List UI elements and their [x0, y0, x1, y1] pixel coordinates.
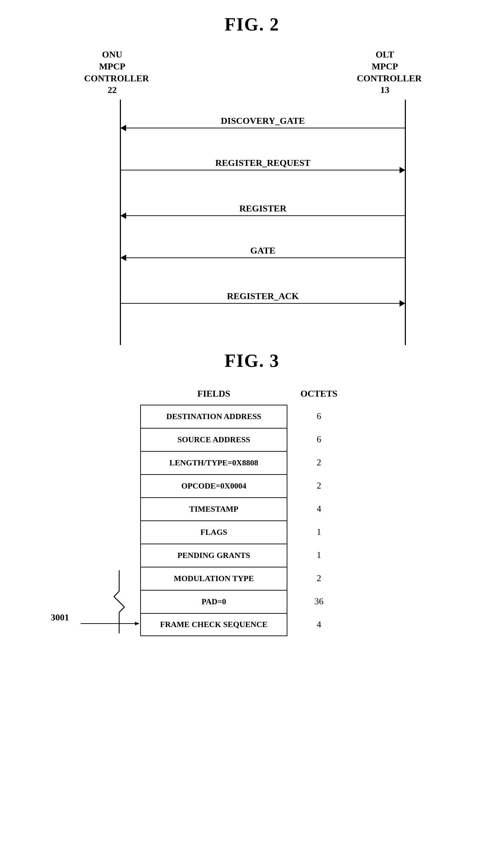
table-row: FLAGS 1 [140, 520, 476, 544]
octets-header: OCTETS [298, 389, 340, 399]
arrow-register-ack: REGISTER_ACK [121, 303, 405, 304]
destination-address-octets: 6 [305, 405, 333, 428]
bracketed-rows: 3001 MODULATION TYPE 2 PAD=0 36 FRAME CH… [140, 567, 476, 636]
pending-grants-octets: 1 [305, 544, 333, 567]
discovery-gate-label: DISCOVERY_GATE [121, 116, 405, 126]
table-row: OPCODE=0X0004 2 [140, 474, 476, 497]
timestamp-octets: 4 [305, 497, 333, 520]
source-address-cell: SOURCE ADDRESS [140, 428, 287, 451]
source-address-octets: 6 [305, 428, 333, 451]
register-ack-label: REGISTER_ACK [121, 291, 405, 302]
arrow-register-request: REGISTER_REQUEST [121, 170, 405, 170]
onu-vertical-line [120, 100, 121, 345]
pad-octets: 36 [305, 590, 333, 613]
table-row: MODULATION TYPE 2 [140, 567, 476, 590]
arrow-register: REGISTER [121, 215, 405, 216]
table-row: FRAME CHECK SEQUENCE 4 [140, 613, 476, 636]
fig3-header: FIELDS OCTETS [28, 389, 476, 399]
arrow-discovery-gate: DISCOVERY_GATE [121, 128, 405, 128]
table-row: SOURCE ADDRESS 6 [140, 428, 476, 451]
register-label: REGISTER [121, 203, 405, 214]
register-request-label: REGISTER_REQUEST [121, 158, 405, 168]
fig2-labels: ONU MPCP CONTROLLER 22 OLT MPCP CONTROLL… [28, 49, 476, 96]
fig2-diagram: DISCOVERY_GATE REGISTER_REQUEST REGISTER [28, 100, 476, 345]
arrow-gate: GATE [121, 257, 405, 258]
table-row: PAD=0 36 [140, 590, 476, 613]
fig2-container: ONU MPCP CONTROLLER 22 OLT MPCP CONTROLL… [28, 49, 476, 322]
modulation-type-octets: 2 [305, 567, 333, 590]
fig2-title: FIG. 2 [28, 14, 476, 35]
pending-grants-cell: PENDING GRANTS [140, 544, 287, 567]
destination-address-cell: DESTINATION ADDRESS [140, 405, 287, 428]
opcode-cell: OPCODE=0X0004 [140, 474, 287, 497]
timestamp-cell: TIMESTAMP [140, 497, 287, 520]
gate-label: GATE [121, 245, 405, 256]
flags-octets: 1 [305, 520, 333, 544]
table-row: PENDING GRANTS 1 [140, 544, 476, 567]
olt-vertical-line [405, 100, 406, 345]
length-type-octets: 2 [305, 451, 333, 474]
fields-header: FIELDS [140, 389, 287, 399]
modulation-type-cell: MODULATION TYPE [140, 567, 287, 590]
frame-check-sequence-octets: 4 [305, 613, 333, 636]
fig3-title: FIG. 3 [28, 350, 476, 371]
fig3-table: DESTINATION ADDRESS 6 SOURCE ADDRESS 6 L… [28, 405, 476, 636]
opcode-octets: 2 [305, 474, 333, 497]
onu-label: ONU MPCP CONTROLLER 22 [84, 49, 140, 96]
bracket-arrow [81, 620, 144, 627]
frame-check-sequence-cell: FRAME CHECK SEQUENCE [140, 613, 287, 636]
fig3-container: FIELDS OCTETS DESTINATION ADDRESS 6 SOUR… [28, 389, 476, 636]
page: FIG. 2 ONU MPCP CONTROLLER 22 OLT MPCP C… [0, 0, 504, 650]
pad-cell: PAD=0 [140, 590, 287, 613]
olt-label: OLT MPCP CONTROLLER 13 [357, 49, 413, 96]
table-row: TIMESTAMP 4 [140, 497, 476, 520]
bracket-label-3001: 3001 [51, 612, 69, 623]
flags-cell: FLAGS [140, 520, 287, 544]
svg-marker-7 [135, 622, 139, 625]
svg-line-1 [114, 591, 119, 597]
svg-line-3 [119, 607, 124, 612]
length-type-cell: LENGTH/TYPE=0X8808 [140, 451, 287, 474]
table-row: DESTINATION ADDRESS 6 [140, 405, 476, 428]
table-row: LENGTH/TYPE=0X8808 2 [140, 451, 476, 474]
